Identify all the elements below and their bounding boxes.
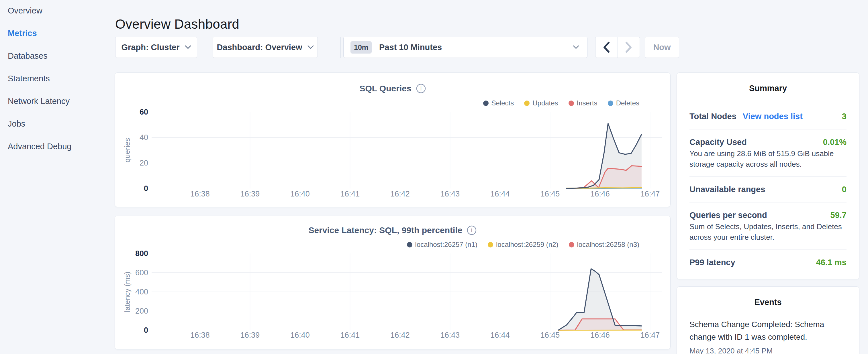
dashboard-dropdown-label: Dashboard: Overview [217, 43, 302, 52]
now-button[interactable]: Now [645, 37, 679, 58]
summary-row-subtext: You are using 28.6 MiB of 515.9 GiB usab… [689, 148, 846, 169]
x-tick-label: 16:40 [290, 190, 310, 198]
event-timestamp: May 13, 2020 at 4:45 PM [689, 346, 846, 354]
legend-item: localhost:26257 (n1) [407, 240, 477, 249]
summary-row: Total NodesView nodes list3 [689, 110, 846, 122]
legend-item: Deletes [608, 99, 639, 107]
svg-text:i: i [471, 227, 472, 233]
y-tick-label: 0 [144, 326, 148, 334]
x-tick-label: 16:39 [241, 331, 260, 340]
y-tick-label: 800 [135, 249, 148, 258]
x-tick-label: 16:40 [290, 331, 310, 340]
summary-row: Unavailable ranges0 [689, 184, 846, 195]
x-tick-label: 16:46 [590, 331, 610, 340]
summary-row-subtext: Sum of Selects, Updates, Inserts, and De… [689, 221, 846, 243]
x-tick-label: 16:42 [390, 190, 410, 198]
sidebar-item-overview[interactable]: Overview [8, 5, 113, 16]
events-title: Events [677, 287, 859, 307]
sql-queries-card: SQL Queries i SelectsUpdatesInsertsDelet… [115, 72, 671, 207]
x-tick-label: 16:46 [590, 190, 610, 198]
summary-row: P99 latency46.1 ms [689, 257, 846, 268]
info-icon[interactable]: i [467, 225, 476, 235]
y-tick-label: 600 [135, 268, 148, 277]
x-tick-label: 16:44 [490, 331, 510, 340]
time-range-badge: 10m [350, 41, 372, 54]
x-tick-label: 16:43 [440, 190, 460, 198]
y-tick-label: 200 [135, 307, 148, 315]
summary-row-value: 3 [842, 110, 846, 122]
summary-divider [689, 176, 846, 177]
y-tick-label: 40 [140, 133, 148, 142]
summary-row-label: Total Nodes [689, 110, 737, 122]
chevron-down-icon [185, 45, 191, 49]
events-panel: Events Schema Change Completed: Schema c… [677, 286, 859, 354]
summary-row-label: P99 latency [689, 257, 735, 268]
legend-label: Inserts [577, 99, 597, 107]
chevron-down-icon [573, 45, 579, 49]
legend-label: localhost:26257 (n1) [415, 240, 477, 249]
chart-legend: SelectsUpdatesInsertsDeletes [483, 99, 640, 107]
x-tick-label: 16:42 [390, 331, 410, 340]
legend-dot-icon [568, 100, 574, 106]
y-tick-label: 20 [140, 159, 148, 167]
chevron-left-icon [602, 41, 610, 53]
service-latency-chart[interactable]: 16:3816:3916:4016:4116:4216:4316:4416:45… [115, 216, 670, 349]
legend-dot-icon [569, 242, 574, 248]
legend-item: Updates [524, 99, 558, 107]
summary-row-value: 0 [842, 184, 846, 195]
summary-row-value: 46.1 ms [816, 257, 846, 268]
legend-dot-icon [524, 100, 530, 106]
sidebar-item-statements[interactable]: Statements [8, 73, 113, 84]
y-axis-label: queries [123, 138, 131, 162]
summary-row-label: Capacity Used [689, 136, 747, 148]
sidebar-item-network-latency[interactable]: Network Latency [8, 95, 113, 107]
summary-row: Capacity Used0.01%You are using 28.6 MiB… [689, 136, 846, 169]
x-tick-label: 16:45 [540, 331, 560, 340]
graph-dropdown-label: Graph: Cluster [121, 43, 179, 52]
x-tick-label: 16:41 [340, 331, 360, 340]
graph-dropdown[interactable]: Graph: Cluster [115, 37, 197, 58]
legend-label: Selects [492, 99, 514, 107]
time-pager [595, 37, 640, 58]
x-tick-label: 16:47 [641, 190, 660, 198]
time-forward-button[interactable] [618, 37, 640, 58]
dashboard-dropdown[interactable]: Dashboard: Overview [213, 37, 318, 58]
time-range-dropdown[interactable]: 10m Past 10 Minutes [343, 37, 587, 58]
legend-dot-icon [407, 242, 412, 248]
sidebar-item-advanced-debug[interactable]: Advanced Debug [8, 141, 113, 152]
legend-dot-icon [488, 242, 493, 248]
summary-title: Summary [677, 73, 859, 93]
chevron-right-icon [625, 41, 632, 53]
time-back-button[interactable] [595, 37, 618, 58]
event-message[interactable]: Schema Change Completed: Schema change w… [689, 318, 846, 344]
chart-title: Service Latency: SQL, 99th percentile [309, 225, 463, 235]
legend-dot-icon [608, 100, 613, 106]
y-axis-label: latency (ms) [123, 271, 131, 312]
x-tick-label: 16:38 [190, 190, 210, 198]
legend-item: localhost:26259 (n2) [488, 240, 558, 249]
sidebar-item-jobs[interactable]: Jobs [8, 118, 113, 129]
time-range-label: Past 10 Minutes [379, 43, 442, 52]
summary-divider [689, 129, 846, 129]
summary-divider [689, 250, 846, 250]
summary-divider [689, 202, 846, 202]
y-tick-label: 60 [140, 108, 148, 116]
info-icon[interactable]: i [416, 84, 426, 93]
summary-row: Queries per second59.7Sum of Selects, Up… [689, 210, 846, 243]
x-tick-label: 16:38 [190, 331, 210, 340]
x-tick-label: 16:41 [340, 190, 360, 198]
chevron-down-icon [308, 45, 314, 49]
legend-label: localhost:26258 (n3) [577, 240, 639, 249]
toolbar: Graph: Cluster Dashboard: Overview 10m P… [0, 37, 868, 58]
view-nodes-list-link[interactable]: View nodes list [743, 110, 803, 122]
legend-dot-icon [483, 100, 489, 106]
y-tick-label: 400 [135, 288, 148, 296]
x-tick-label: 16:43 [440, 331, 460, 340]
legend-label: Updates [532, 99, 558, 107]
summary-row-label: Unavailable ranges [689, 184, 765, 195]
legend-item: Selects [483, 99, 514, 107]
summary-row-label: Queries per second [689, 210, 767, 221]
x-tick-label: 16:39 [241, 190, 260, 198]
y-tick-label: 0 [144, 184, 148, 193]
chart-title: SQL Queries [359, 84, 411, 93]
